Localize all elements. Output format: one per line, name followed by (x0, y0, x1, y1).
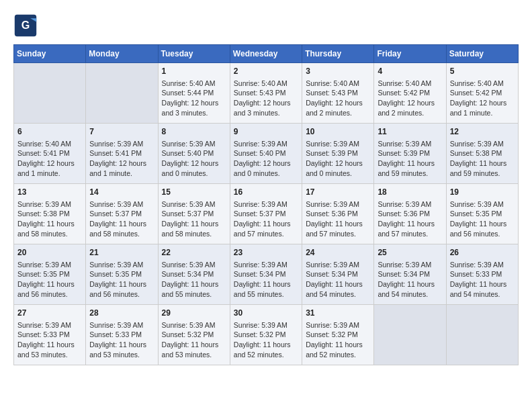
day-number: 20 (17, 247, 82, 259)
day-info: Sunrise: 5:40 AM Sunset: 5:43 PM Dayligh… (306, 79, 370, 118)
day-cell: 21Sunrise: 5:39 AM Sunset: 5:35 PM Dayli… (86, 244, 158, 305)
day-number: 23 (234, 247, 298, 259)
header-cell-sunday: Sunday (14, 45, 86, 63)
day-info: Sunrise: 5:39 AM Sunset: 5:35 PM Dayligh… (89, 260, 154, 300)
page-header: G (13, 13, 519, 38)
day-number: 26 (450, 247, 515, 259)
day-cell: 3Sunrise: 5:40 AM Sunset: 5:43 PM Daylig… (302, 63, 374, 124)
day-info: Sunrise: 5:39 AM Sunset: 5:38 PM Dayligh… (450, 139, 515, 179)
week-row-2: 6Sunrise: 5:40 AM Sunset: 5:41 PM Daylig… (14, 124, 519, 184)
day-cell (14, 63, 86, 124)
day-info: Sunrise: 5:39 AM Sunset: 5:38 PM Dayligh… (17, 199, 82, 239)
day-number: 2 (234, 66, 298, 77)
header-row: SundayMondayTuesdayWednesdayThursdayFrid… (14, 45, 519, 63)
week-row-5: 27Sunrise: 5:39 AM Sunset: 5:33 PM Dayli… (14, 305, 519, 365)
day-cell: 5Sunrise: 5:40 AM Sunset: 5:42 PM Daylig… (446, 63, 518, 124)
day-info: Sunrise: 5:40 AM Sunset: 5:43 PM Dayligh… (234, 79, 298, 118)
day-cell: 31Sunrise: 5:39 AM Sunset: 5:32 PM Dayli… (302, 305, 374, 365)
day-info: Sunrise: 5:39 AM Sunset: 5:40 PM Dayligh… (162, 139, 226, 179)
day-info: Sunrise: 5:39 AM Sunset: 5:41 PM Dayligh… (89, 139, 154, 179)
day-number: 19 (450, 187, 515, 198)
day-cell: 24Sunrise: 5:39 AM Sunset: 5:34 PM Dayli… (302, 244, 374, 305)
calendar-header: SundayMondayTuesdayWednesdayThursdayFrid… (14, 45, 519, 63)
day-cell: 10Sunrise: 5:39 AM Sunset: 5:39 PM Dayli… (302, 124, 374, 184)
day-cell: 17Sunrise: 5:39 AM Sunset: 5:36 PM Dayli… (302, 184, 374, 244)
day-info: Sunrise: 5:40 AM Sunset: 5:42 PM Dayligh… (378, 79, 442, 118)
day-number: 12 (450, 126, 515, 138)
day-number: 5 (450, 66, 515, 77)
day-cell: 23Sunrise: 5:39 AM Sunset: 5:34 PM Dayli… (230, 244, 302, 305)
day-info: Sunrise: 5:39 AM Sunset: 5:37 PM Dayligh… (234, 199, 298, 239)
day-cell: 19Sunrise: 5:39 AM Sunset: 5:35 PM Dayli… (446, 184, 518, 244)
day-info: Sunrise: 5:39 AM Sunset: 5:40 PM Dayligh… (234, 139, 298, 179)
day-cell: 6Sunrise: 5:40 AM Sunset: 5:41 PM Daylig… (14, 124, 86, 184)
header-cell-wednesday: Wednesday (230, 45, 302, 63)
day-info: Sunrise: 5:40 AM Sunset: 5:41 PM Dayligh… (17, 139, 82, 179)
calendar-body: 1Sunrise: 5:40 AM Sunset: 5:44 PM Daylig… (14, 63, 519, 365)
day-info: Sunrise: 5:39 AM Sunset: 5:35 PM Dayligh… (450, 199, 515, 239)
day-cell: 15Sunrise: 5:39 AM Sunset: 5:37 PM Dayli… (158, 184, 230, 244)
day-cell: 13Sunrise: 5:39 AM Sunset: 5:38 PM Dayli… (14, 184, 86, 244)
day-number: 18 (378, 187, 442, 198)
day-number: 30 (234, 308, 298, 319)
day-cell: 2Sunrise: 5:40 AM Sunset: 5:43 PM Daylig… (230, 63, 302, 124)
day-info: Sunrise: 5:39 AM Sunset: 5:39 PM Dayligh… (306, 139, 370, 179)
week-row-4: 20Sunrise: 5:39 AM Sunset: 5:35 PM Dayli… (14, 244, 519, 305)
day-number: 15 (162, 187, 226, 198)
day-cell: 25Sunrise: 5:39 AM Sunset: 5:34 PM Dayli… (374, 244, 446, 305)
day-info: Sunrise: 5:39 AM Sunset: 5:32 PM Dayligh… (306, 320, 370, 360)
day-number: 1 (162, 66, 226, 77)
day-cell: 20Sunrise: 5:39 AM Sunset: 5:35 PM Dayli… (14, 244, 86, 305)
day-number: 3 (306, 66, 370, 77)
day-cell: 16Sunrise: 5:39 AM Sunset: 5:37 PM Dayli… (230, 184, 302, 244)
calendar-table: SundayMondayTuesdayWednesdayThursdayFrid… (13, 44, 519, 365)
day-info: Sunrise: 5:39 AM Sunset: 5:32 PM Dayligh… (162, 320, 226, 360)
week-row-3: 13Sunrise: 5:39 AM Sunset: 5:38 PM Dayli… (14, 184, 519, 244)
day-cell: 29Sunrise: 5:39 AM Sunset: 5:32 PM Dayli… (158, 305, 230, 365)
day-info: Sunrise: 5:39 AM Sunset: 5:33 PM Dayligh… (89, 320, 154, 360)
logo: G (13, 13, 40, 38)
day-number: 28 (89, 308, 154, 319)
header-cell-thursday: Thursday (302, 45, 374, 63)
day-cell: 30Sunrise: 5:39 AM Sunset: 5:32 PM Dayli… (230, 305, 302, 365)
day-number: 25 (378, 247, 442, 259)
day-cell (86, 63, 158, 124)
header-cell-monday: Monday (86, 45, 158, 63)
header-cell-tuesday: Tuesday (158, 45, 230, 63)
day-info: Sunrise: 5:40 AM Sunset: 5:44 PM Dayligh… (162, 79, 226, 118)
day-cell: 4Sunrise: 5:40 AM Sunset: 5:42 PM Daylig… (374, 63, 446, 124)
day-number: 16 (234, 187, 298, 198)
day-cell: 14Sunrise: 5:39 AM Sunset: 5:37 PM Dayli… (86, 184, 158, 244)
day-number: 31 (306, 308, 370, 319)
day-cell (446, 305, 518, 365)
day-info: Sunrise: 5:39 AM Sunset: 5:36 PM Dayligh… (306, 199, 370, 239)
day-number: 14 (89, 187, 154, 198)
day-number: 10 (306, 126, 370, 138)
day-cell: 1Sunrise: 5:40 AM Sunset: 5:44 PM Daylig… (158, 63, 230, 124)
header-cell-saturday: Saturday (446, 45, 518, 63)
day-number: 29 (162, 308, 226, 319)
day-info: Sunrise: 5:39 AM Sunset: 5:32 PM Dayligh… (234, 320, 298, 360)
day-cell: 27Sunrise: 5:39 AM Sunset: 5:33 PM Dayli… (14, 305, 86, 365)
day-cell: 12Sunrise: 5:39 AM Sunset: 5:38 PM Dayli… (446, 124, 518, 184)
day-cell: 26Sunrise: 5:39 AM Sunset: 5:33 PM Dayli… (446, 244, 518, 305)
day-number: 11 (378, 126, 442, 138)
day-info: Sunrise: 5:39 AM Sunset: 5:33 PM Dayligh… (17, 320, 82, 360)
day-info: Sunrise: 5:39 AM Sunset: 5:33 PM Dayligh… (450, 260, 515, 300)
day-cell: 9Sunrise: 5:39 AM Sunset: 5:40 PM Daylig… (230, 124, 302, 184)
day-info: Sunrise: 5:39 AM Sunset: 5:36 PM Dayligh… (378, 199, 442, 239)
day-info: Sunrise: 5:40 AM Sunset: 5:42 PM Dayligh… (450, 79, 515, 118)
day-info: Sunrise: 5:39 AM Sunset: 5:37 PM Dayligh… (162, 199, 226, 239)
day-info: Sunrise: 5:39 AM Sunset: 5:34 PM Dayligh… (306, 260, 370, 300)
svg-text:G: G (21, 19, 30, 31)
day-number: 13 (17, 187, 82, 198)
week-row-1: 1Sunrise: 5:40 AM Sunset: 5:44 PM Daylig… (14, 63, 519, 124)
day-cell: 18Sunrise: 5:39 AM Sunset: 5:36 PM Dayli… (374, 184, 446, 244)
day-cell: 28Sunrise: 5:39 AM Sunset: 5:33 PM Dayli… (86, 305, 158, 365)
day-info: Sunrise: 5:39 AM Sunset: 5:35 PM Dayligh… (17, 260, 82, 300)
logo-icon: G (13, 13, 38, 38)
day-info: Sunrise: 5:39 AM Sunset: 5:34 PM Dayligh… (378, 260, 442, 300)
day-number: 8 (162, 126, 226, 138)
day-number: 24 (306, 247, 370, 259)
day-info: Sunrise: 5:39 AM Sunset: 5:37 PM Dayligh… (89, 199, 154, 239)
